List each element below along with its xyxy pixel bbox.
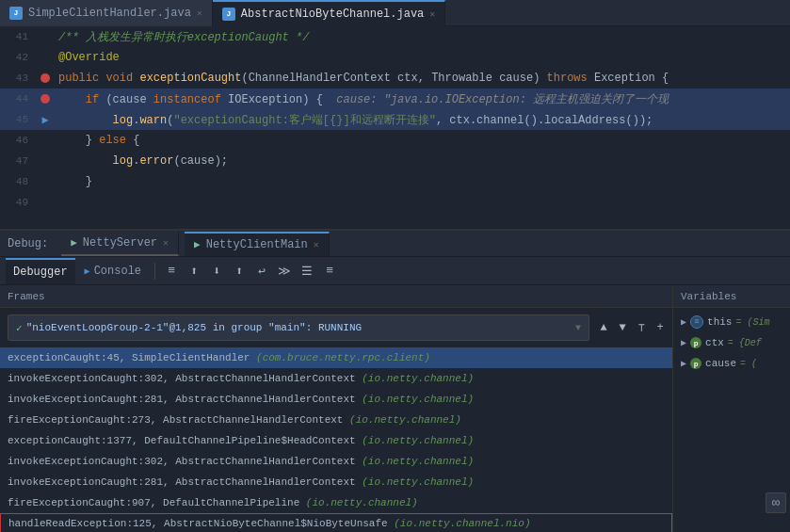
thread-selector[interactable]: ✓ "nioEventLoopGroup-2-1"@1,825 in group… — [8, 314, 589, 341]
frame-package-5: (io.netty.channel) — [356, 435, 474, 446]
frame-item-6[interactable]: invokeExceptionCaught:302, AbstractChann… — [0, 451, 672, 472]
toolbar-btn-run-cursor[interactable]: ≫ — [274, 261, 295, 282]
session-tab-netty-client[interactable]: ▶ NettyClientMain ✕ — [185, 232, 330, 256]
debug-panel: Debug: ▶ NettyServer ✕ ▶ NettyClientMain… — [0, 229, 790, 532]
frame-item-8[interactable]: fireExceptionCaught:907, DefaultChannelP… — [0, 492, 672, 513]
tab-debugger[interactable]: Debugger — [6, 258, 75, 284]
debug-toolbar: Debugger ▶ Console ≡ ⬆ ⬇ ⬆ ↩ ≫ ☰ ≡ — [0, 257, 790, 285]
frame-method-9: handleReadException:125, AbstractNioByte… — [8, 518, 388, 529]
var-value-cause: = ( — [740, 359, 757, 369]
line-num-45: 45 — [0, 114, 36, 125]
var-icon-ctx: p — [690, 337, 701, 348]
frame-method-8: fireExceptionCaught:907, DefaultChannelP… — [8, 497, 299, 508]
session-tab-netty-server[interactable]: ▶ NettyServer ✕ — [61, 232, 179, 256]
tab-bar: J SimpleClientHandler.java ✕ J AbstractN… — [0, 0, 790, 26]
frame-item-4[interactable]: fireExceptionCaught:273, AbstractChannel… — [0, 410, 672, 430]
frame-method-2: invokeExceptionCaught:302, AbstractChann… — [8, 373, 356, 384]
frames-label: Frames — [8, 291, 45, 302]
toolbar-btn-step-over[interactable]: ⬇ — [206, 261, 227, 282]
gutter-43[interactable] — [36, 73, 55, 83]
session-label-client: NettyClientMain — [206, 238, 308, 251]
debug-header: Debug: ▶ NettyServer ✕ ▶ NettyClientMain… — [0, 231, 790, 257]
var-name-this: this — [707, 316, 732, 328]
code-line-49: 49 — [0, 192, 790, 213]
line-num-47: 47 — [0, 155, 36, 167]
debug-label: Debug: — [8, 237, 48, 250]
code-line-44: 44 if (cause instanceof IOException) { c… — [0, 89, 790, 109]
code-line-47: 47 log.error(cause); — [0, 151, 790, 171]
toolbar-btn-list[interactable]: ≡ — [161, 261, 182, 282]
frame-method-4: fireExceptionCaught:273, AbstractChannel… — [8, 414, 343, 426]
thread-check-icon: ✓ — [16, 322, 23, 334]
code-line-43: 43 public void exceptionCaught(ChannelHa… — [0, 68, 790, 89]
line-content-45: log.warn("exceptionCaught:客户端[{}]和远程断开连接… — [55, 112, 790, 128]
toolbar-btn-step-out[interactable]: ↩ — [251, 261, 272, 282]
frame-method-5: exceptionCaught:1377, DefaultChannelPipe… — [8, 435, 356, 446]
frame-package-9: (io.netty.channel.nio) — [388, 518, 531, 529]
session-close-client[interactable]: ✕ — [314, 239, 319, 250]
toolbar-btn-frames[interactable]: ☰ — [297, 261, 317, 282]
frame-package-7: (io.netty.channel) — [356, 476, 474, 488]
frame-package-6: (io.netty.channel) — [356, 456, 474, 467]
code-line-42: 42 @Override — [0, 47, 790, 68]
var-value-ctx: = {Def — [728, 338, 762, 348]
session-close-server[interactable]: ✕ — [163, 237, 169, 249]
thread-btn-add[interactable]: + — [652, 319, 669, 336]
var-arrow-cause: ▶ — [681, 358, 686, 369]
frame-item-9[interactable]: handleReadException:125, AbstractNioByte… — [0, 513, 672, 532]
line-content-43: public void exceptionCaught(ChannelHandl… — [55, 72, 790, 85]
code-line-45: 45 ▶ log.warn("exceptionCaught:客户端[{}]和远… — [0, 109, 790, 130]
gutter-44[interactable] — [36, 94, 55, 104]
code-line-46: 46 } else { — [0, 130, 790, 151]
var-icon-cause: p — [690, 358, 701, 369]
tab-simple-client-handler[interactable]: J SimpleClientHandler.java ✕ — [0, 0, 213, 26]
line-num-46: 46 — [0, 135, 36, 146]
line-num-43: 43 — [0, 73, 36, 84]
thread-dropdown-icon[interactable]: ▼ — [575, 323, 581, 333]
variables-header: Variables — [673, 285, 790, 308]
infinity-button[interactable]: ∞ — [766, 492, 786, 513]
tab-abstract-nio[interactable]: J AbstractNioByteChannel.java ✕ — [213, 0, 445, 26]
var-value-this: = (Sim — [735, 317, 769, 328]
thread-btn-up[interactable]: ▲ — [595, 319, 612, 336]
frame-package-3: (io.netty.channel) — [356, 394, 474, 405]
line-content-47: log.error(cause); — [55, 154, 790, 168]
session-label-server: NettyServer — [83, 236, 157, 250]
console-icon: ▶ — [85, 266, 90, 277]
java-icon: J — [9, 7, 23, 20]
breakpoint-43[interactable] — [40, 73, 50, 83]
var-icon-this: ≡ — [690, 315, 703, 329]
frame-item-2[interactable]: invokeExceptionCaught:302, AbstractChann… — [0, 368, 672, 389]
console-tab-label: Console — [94, 265, 141, 278]
var-ctx[interactable]: ▶ p ctx = {Def — [673, 332, 790, 353]
gutter-45: ▶ — [36, 113, 55, 127]
tab-label-abstract: AbstractNioByteChannel.java — [241, 8, 424, 21]
frame-item-5[interactable]: exceptionCaught:1377, DefaultChannelPipe… — [0, 430, 672, 451]
java-icon-2: J — [222, 8, 235, 21]
frame-item-7[interactable]: invokeExceptionCaught:281, AbstractChann… — [0, 472, 672, 492]
toolbar-sep-1 — [154, 263, 155, 280]
breakpoint-44[interactable] — [40, 94, 50, 104]
line-num-49: 49 — [0, 197, 36, 208]
toolbar-btn-step-into[interactable]: ⬆ — [229, 261, 250, 282]
line-content-44: if (cause instanceof IOException) { caus… — [55, 91, 790, 107]
toolbar-btn-up[interactable]: ⬆ — [184, 261, 204, 282]
frame-item-1[interactable]: exceptionCaught:45, SimpleClientHandler … — [0, 347, 672, 368]
tab-console[interactable]: ▶ Console — [77, 258, 149, 284]
frame-method-1: exceptionCaught:45, SimpleClientHandler — [8, 352, 250, 363]
line-content-42: @Override — [55, 51, 790, 64]
tab-close-abstract[interactable]: ✕ — [429, 8, 435, 20]
tab-close-simple[interactable]: ✕ — [197, 8, 202, 19]
frame-package-1: (com.bruce.netty.rpc.client) — [250, 352, 429, 363]
code-line-41: 41 /** 入栈发生异常时执行exceptionCaught */ — [0, 26, 790, 47]
var-name-ctx: ctx — [705, 337, 724, 348]
thread-btn-down[interactable]: ▼ — [614, 319, 631, 336]
debug-body: Frames ✓ "nioEventLoopGroup-2-1"@1,825 i… — [0, 285, 790, 532]
line-num-44: 44 — [0, 93, 36, 105]
var-cause[interactable]: ▶ p cause = ( — [673, 353, 790, 374]
code-editor: 41 /** 入栈发生异常时执行exceptionCaught */ 42 @O… — [0, 26, 790, 229]
var-this[interactable]: ▶ ≡ this = (Sim — [673, 312, 790, 332]
frame-item-3[interactable]: invokeExceptionCaught:281, AbstractChann… — [0, 389, 672, 410]
toolbar-btn-settings[interactable]: ≡ — [319, 261, 340, 282]
thread-btn-filter[interactable]: ⊤ — [633, 319, 650, 336]
